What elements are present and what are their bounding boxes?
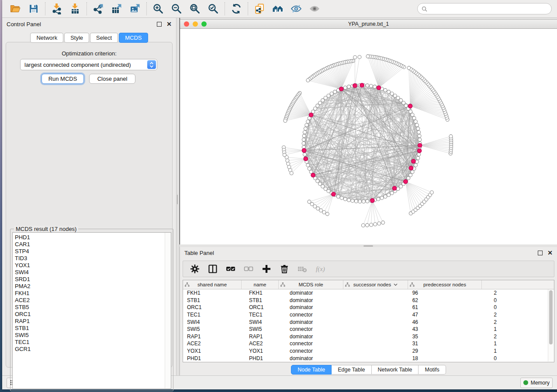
network-node[interactable] xyxy=(418,134,421,138)
mcds-result-item[interactable]: YOX1 xyxy=(15,262,171,269)
mcds-node[interactable] xyxy=(311,173,315,177)
network-node[interactable] xyxy=(366,55,370,58)
network-node[interactable] xyxy=(404,104,408,107)
mcds-node[interactable] xyxy=(392,186,397,190)
network-node[interactable] xyxy=(399,185,403,188)
mcds-node[interactable] xyxy=(377,86,381,90)
network-node[interactable] xyxy=(284,119,287,122)
mcds-result-item[interactable]: TID3 xyxy=(15,255,171,262)
export-network-icon[interactable] xyxy=(93,3,104,14)
network-node[interactable] xyxy=(380,196,384,199)
table-scrollbar-thumb[interactable] xyxy=(549,290,553,344)
mcds-node[interactable] xyxy=(418,143,422,148)
network-node[interactable] xyxy=(411,113,414,117)
network-node[interactable] xyxy=(303,131,307,134)
run-mcds-button[interactable]: Run MCDS xyxy=(42,74,84,84)
column-header-predecessor-nodes[interactable]: predecessor nodes xyxy=(408,280,482,289)
network-node[interactable] xyxy=(327,94,330,97)
network-node[interactable] xyxy=(402,101,405,105)
network-node[interactable] xyxy=(313,107,317,110)
table-row[interactable]: ORC1ORC1dominator610 xyxy=(183,304,548,311)
mcds-node[interactable] xyxy=(360,83,364,87)
network-node[interactable] xyxy=(340,196,343,199)
network-node[interactable] xyxy=(414,120,417,123)
network-node[interactable] xyxy=(302,138,305,141)
network-node[interactable] xyxy=(366,224,369,227)
export-image-icon[interactable] xyxy=(129,3,141,14)
network-node[interactable] xyxy=(384,195,387,198)
network-node[interactable] xyxy=(396,187,400,191)
hide-unselected-icon[interactable] xyxy=(291,3,302,14)
network-node[interactable] xyxy=(290,172,293,175)
clone-network-icon[interactable] xyxy=(254,3,265,14)
mcds-node[interactable] xyxy=(408,104,412,108)
network-node[interactable] xyxy=(324,187,327,191)
mcds-result-item[interactable]: STB1 xyxy=(15,325,171,332)
network-node[interactable] xyxy=(302,134,306,138)
network-node[interactable] xyxy=(347,198,351,202)
zoom-out-icon[interactable] xyxy=(171,3,182,14)
tab-motifs[interactable]: Motifs xyxy=(419,365,446,375)
mcds-result-item[interactable]: STB5 xyxy=(15,304,171,311)
network-node[interactable] xyxy=(287,162,290,165)
tab-mcds[interactable]: MCDS xyxy=(119,33,148,43)
maximize-window-icon[interactable] xyxy=(201,21,207,27)
tab-edge-table[interactable]: Edge Table xyxy=(332,365,371,375)
network-node[interactable] xyxy=(302,141,305,145)
network-node[interactable] xyxy=(306,163,310,167)
close-table-panel-icon[interactable]: ✕ xyxy=(547,250,553,256)
select-all-icon[interactable] xyxy=(225,264,236,274)
network-node[interactable] xyxy=(286,159,289,162)
network-node[interactable] xyxy=(347,85,351,89)
network-node[interactable] xyxy=(390,92,394,96)
network-node[interactable] xyxy=(416,127,420,131)
memory-button[interactable]: Memory xyxy=(520,378,553,388)
tab-network[interactable]: Network xyxy=(30,33,63,43)
network-node[interactable] xyxy=(327,189,330,193)
mcds-node[interactable] xyxy=(409,166,413,170)
mcds-result-listbox[interactable]: PHD1CAR1STP4TID3YOX1SWI4SRD1PMA2FKH1ACE2… xyxy=(12,232,171,389)
mcds-node[interactable] xyxy=(339,87,344,91)
table-row[interactable]: TEC1TEC1connector472 xyxy=(183,311,548,319)
mcds-result-item[interactable]: SWI4 xyxy=(15,269,171,276)
network-node[interactable] xyxy=(358,55,361,59)
network-node[interactable] xyxy=(325,212,329,216)
mcds-node[interactable] xyxy=(417,149,422,153)
network-node[interactable] xyxy=(387,90,391,93)
mcds-list-scrollbar[interactable] xyxy=(165,233,171,389)
mcds-node[interactable] xyxy=(302,148,306,153)
network-node[interactable] xyxy=(399,99,403,102)
mcds-result-item[interactable]: STP4 xyxy=(15,248,171,255)
network-node[interactable] xyxy=(409,110,412,113)
vertical-splitter[interactable] xyxy=(176,18,180,375)
mcds-result-item[interactable]: GCR1 xyxy=(15,346,171,353)
horizontal-splitter[interactable] xyxy=(180,244,557,247)
network-node[interactable] xyxy=(409,173,412,177)
network-node[interactable] xyxy=(377,197,380,201)
network-node[interactable] xyxy=(414,163,417,167)
mcds-node[interactable] xyxy=(412,159,416,164)
network-node[interactable] xyxy=(381,221,385,224)
mcds-node[interactable] xyxy=(332,192,336,196)
network-node[interactable] xyxy=(324,96,327,100)
mcds-node[interactable] xyxy=(304,157,308,161)
network-node[interactable] xyxy=(318,101,322,105)
network-node[interactable] xyxy=(303,153,307,156)
network-node[interactable] xyxy=(370,223,373,227)
column-header-shared-name[interactable]: shared name xyxy=(183,280,242,289)
mcds-node[interactable] xyxy=(404,179,408,184)
network-node[interactable] xyxy=(308,167,311,170)
network-node[interactable] xyxy=(316,179,319,183)
network-node[interactable] xyxy=(351,199,354,203)
network-node[interactable] xyxy=(354,199,358,203)
network-node[interactable] xyxy=(407,66,411,70)
mcds-result-item[interactable]: TEC1 xyxy=(15,339,171,346)
mcds-result-item[interactable]: SRD1 xyxy=(15,276,171,283)
settings-icon[interactable] xyxy=(190,264,200,274)
table-row[interactable]: YOX1YOX1connector291 xyxy=(183,347,548,355)
deselect-all-icon[interactable] xyxy=(243,264,254,274)
float-table-panel-icon[interactable] xyxy=(538,251,543,255)
mcds-result-item[interactable]: CAR1 xyxy=(15,241,171,248)
mcds-result-item[interactable]: ACE2 xyxy=(15,297,171,304)
table-row[interactable]: STB1STB1dominator620 xyxy=(183,297,548,304)
